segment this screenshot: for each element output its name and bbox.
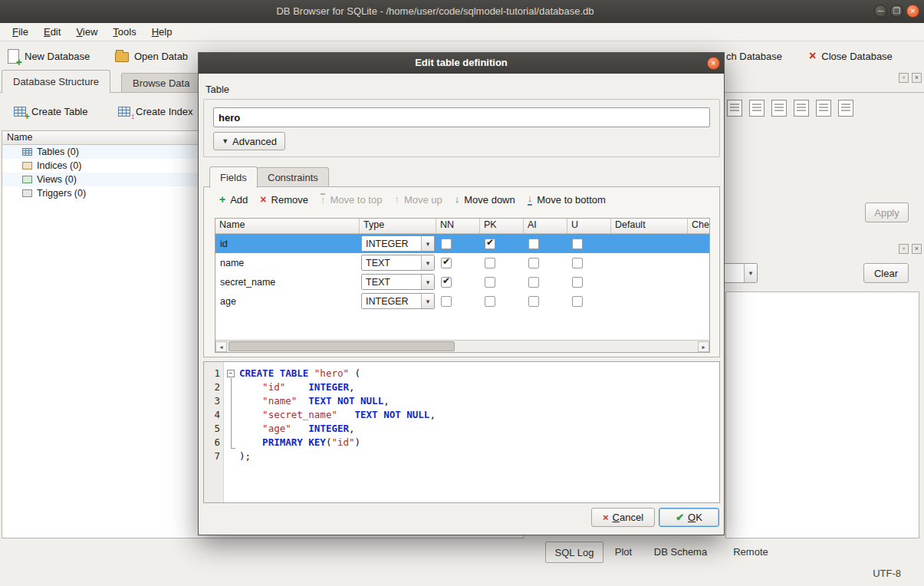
field-row-id[interactable]: idINTEGER▾ [215, 234, 709, 253]
grid-header-pk[interactable]: PK [480, 219, 524, 233]
grid-header-ai[interactable]: AI [524, 219, 567, 233]
fold-marker-icon[interactable]: − [227, 370, 235, 377]
float-panel-icon[interactable]: ▫ [899, 244, 909, 254]
field-row-secret_name[interactable]: secret_nameTEXT▾ [215, 272, 709, 291]
cell-tool-icon[interactable] [771, 100, 787, 117]
close-panel-icon[interactable]: × [912, 73, 922, 83]
ok-button[interactable]: ✔ OK [659, 508, 719, 527]
clear-button[interactable]: Clear [863, 263, 909, 283]
menu-file[interactable]: File [5, 24, 36, 40]
ai-checkbox[interactable] [528, 277, 539, 288]
scrollbar-thumb[interactable] [229, 341, 455, 351]
bottom-tab-plot[interactable]: Plot [603, 542, 643, 563]
pk-checkbox[interactable] [485, 258, 495, 268]
chevron-down-icon[interactable]: ▾ [421, 236, 434, 251]
float-panel-icon[interactable]: ▫ [899, 73, 909, 83]
cell-tool-icon[interactable] [816, 100, 831, 117]
tab-database-structure[interactable]: Database Structure [2, 70, 110, 93]
field-row-name[interactable]: nameTEXT▾ [215, 253, 709, 272]
field-name-cell[interactable]: age [215, 296, 360, 307]
cell-tool-icon[interactable] [794, 100, 809, 117]
nn-checkbox[interactable] [441, 258, 452, 268]
grid-header-type[interactable]: Type [360, 219, 436, 233]
nn-checkbox[interactable] [441, 277, 452, 288]
grid-header-name[interactable]: Name [215, 219, 360, 233]
maximize-icon[interactable]: ❐ [890, 5, 903, 18]
move-to-top-button[interactable]: ↑Move to top [321, 193, 382, 206]
sql-line: 7); [204, 449, 719, 463]
edit-cell-area[interactable] [725, 291, 919, 538]
scroll-left-icon[interactable]: ◂ [215, 341, 227, 352]
tab-fields[interactable]: Fields [209, 166, 258, 188]
remove-button[interactable]: ×Remove [260, 194, 308, 206]
chevron-down-icon[interactable]: ▾ [421, 275, 434, 289]
cell-tool-icon[interactable] [727, 100, 742, 117]
open-database-button[interactable]: Open Datab [115, 46, 188, 66]
u-checkbox[interactable] [572, 258, 583, 268]
grid-header-default[interactable]: Default [611, 219, 688, 233]
apply-button[interactable]: Apply [865, 202, 909, 222]
tab-constraints[interactable]: Constraints [257, 167, 329, 187]
field-type-combobox[interactable]: TEXT▾ [361, 274, 435, 290]
chevron-down-icon[interactable]: ▾ [744, 264, 757, 282]
field-type-combobox[interactable]: INTEGER▾ [361, 235, 435, 252]
field-name-cell[interactable]: name [215, 258, 360, 268]
move-down-button[interactable]: ↓Move down [455, 194, 515, 206]
menu-help[interactable]: Help [144, 24, 180, 40]
field-name-cell[interactable]: id [215, 239, 360, 249]
create-table-button[interactable]: Create Table [8, 100, 94, 122]
close-icon[interactable]: × [906, 5, 919, 18]
new-database-button[interactable]: New Database [8, 46, 90, 66]
app-window: DB Browser for SQLite - /home/user/code/… [0, 0, 924, 586]
ok-check-icon: ✔ [676, 512, 684, 523]
advanced-button[interactable]: ▼ Advanced [213, 132, 285, 150]
bottom-tab-sql-log[interactable]: SQL Log [545, 542, 603, 563]
bottom-tab-remote[interactable]: Remote [718, 542, 784, 563]
chevron-down-icon[interactable]: ▾ [421, 294, 434, 308]
cell-tool-icon[interactable] [838, 100, 853, 117]
grid-header-u[interactable]: U [567, 219, 611, 233]
titlebar[interactable]: DB Browser for SQLite - /home/user/code/… [0, 0, 924, 23]
window-title: DB Browser for SQLite - /home/user/code/… [0, 5, 870, 17]
fields-grid: NameTypeNNPKAIUDefaultChe idINTEGER▾name… [215, 218, 710, 353]
move-up-button[interactable]: ↑Move up [394, 194, 442, 206]
pk-checkbox[interactable] [485, 296, 495, 307]
field-type-combobox[interactable]: TEXT▾ [361, 255, 435, 271]
u-checkbox[interactable] [572, 296, 583, 307]
u-checkbox[interactable] [572, 239, 583, 249]
menu-edit[interactable]: Edit [36, 24, 68, 40]
field-row-age[interactable]: ageINTEGER▾ [215, 291, 709, 311]
bottom-tab-db-schema[interactable]: DB Schema [643, 542, 718, 563]
pk-checkbox[interactable] [485, 239, 495, 249]
dialog-titlebar[interactable]: Edit table definition × [199, 53, 724, 74]
add-button[interactable]: +Add [219, 194, 248, 206]
cancel-button[interactable]: × Cancel [591, 508, 655, 527]
field-type-combobox[interactable]: INTEGER▾ [361, 293, 435, 309]
close-panel-icon[interactable]: × [912, 244, 922, 254]
ai-checkbox[interactable] [528, 296, 539, 307]
nn-checkbox[interactable] [441, 296, 452, 307]
menu-tools[interactable]: Tools [105, 24, 143, 40]
minimize-icon[interactable]: ─ [874, 5, 887, 18]
ai-checkbox[interactable] [528, 239, 539, 249]
chevron-down-icon[interactable]: ▾ [421, 255, 434, 270]
pk-checkbox[interactable] [485, 277, 495, 288]
statusbar: UTF-8 [0, 564, 924, 586]
field-name-cell[interactable]: secret_name [215, 277, 360, 288]
tab-browse-data[interactable]: Browse Data [121, 73, 201, 93]
grid-header-nn[interactable]: NN [436, 219, 480, 233]
dialog-close-icon[interactable]: × [707, 57, 720, 70]
attach-database-button[interactable]: ch Database [726, 46, 782, 66]
create-index-button[interactable]: Create Index [112, 100, 199, 122]
horizontal-scrollbar[interactable]: ◂ ▸ [215, 340, 709, 352]
close-database-button[interactable]: × Close Database [809, 46, 893, 66]
grid-header-che[interactable]: Che [688, 219, 710, 233]
ai-checkbox[interactable] [528, 258, 539, 268]
move-to-bottom-button[interactable]: ↓Move to bottom [528, 193, 606, 206]
table-name-input[interactable] [213, 107, 710, 127]
nn-checkbox[interactable] [441, 239, 452, 249]
menu-view[interactable]: View [68, 24, 105, 40]
cell-tool-icon[interactable] [749, 100, 765, 117]
u-checkbox[interactable] [572, 277, 583, 288]
scroll-right-icon[interactable]: ▸ [698, 341, 709, 352]
